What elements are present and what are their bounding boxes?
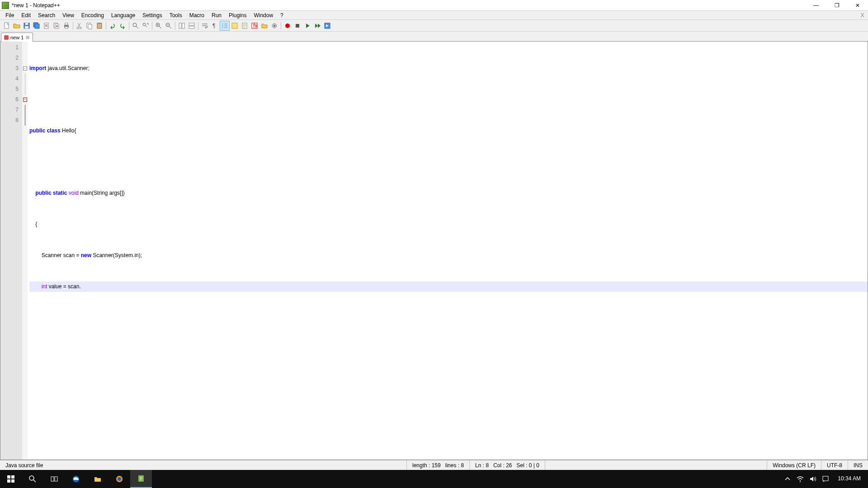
new-file-button[interactable] <box>2 21 12 31</box>
show-all-chars-button[interactable]: ¶ <box>210 21 220 31</box>
fold-gutter: − − <box>22 42 28 460</box>
menu-language[interactable]: Language <box>108 11 139 19</box>
window-titlebar: *new 1 - Notepad++ — ❐ ✕ <box>0 0 868 11</box>
status-insert-mode[interactable]: INS <box>848 460 868 470</box>
svg-point-32 <box>274 25 275 27</box>
svg-rect-41 <box>51 477 54 481</box>
svg-rect-24 <box>189 23 194 25</box>
menu-edit[interactable]: Edit <box>18 11 34 19</box>
window-controls: — ❐ ✕ <box>806 0 868 11</box>
tab-close-button[interactable]: ⊠ <box>25 35 30 40</box>
record-macro-button[interactable] <box>283 21 292 31</box>
close-button[interactable]: ✕ <box>847 0 868 11</box>
menu-file[interactable]: File <box>2 11 18 19</box>
menu-plugins[interactable]: Plugins <box>225 11 250 19</box>
line-number: 8 <box>0 115 19 126</box>
fold-toggle[interactable]: − <box>23 98 27 102</box>
menu-encoding[interactable]: Encoding <box>78 11 108 19</box>
print-button[interactable] <box>61 21 71 31</box>
fold-line <box>25 115 25 126</box>
code-text: Hello{ <box>61 127 76 134</box>
search-button[interactable] <box>22 470 43 488</box>
user-lang-button[interactable] <box>230 21 240 31</box>
save-button[interactable] <box>22 21 32 31</box>
menu-macro[interactable]: Macro <box>186 11 208 19</box>
svg-text:¶: ¶ <box>212 23 215 29</box>
play-multi-button[interactable] <box>312 21 322 31</box>
menu-view[interactable]: View <box>59 11 78 19</box>
sync-h-button[interactable] <box>187 21 197 31</box>
svg-rect-36 <box>7 475 10 479</box>
firefox-taskbar-icon[interactable] <box>108 470 130 488</box>
func-list-button[interactable]: fx <box>250 21 259 31</box>
notepadpp-taskbar-icon[interactable] <box>130 470 152 488</box>
svg-rect-34 <box>296 24 299 28</box>
save-all-button[interactable] <box>32 21 42 31</box>
redo-button[interactable] <box>118 21 127 31</box>
taskbar-clock[interactable]: 10:34 AM <box>834 476 864 482</box>
line-number: 5 <box>0 84 19 94</box>
svg-rect-23 <box>182 23 184 28</box>
file-explorer-taskbar-icon[interactable] <box>87 470 108 488</box>
tray-chevron-icon[interactable] <box>783 475 792 483</box>
svg-rect-37 <box>11 475 14 479</box>
zoom-out-button[interactable] <box>164 21 174 31</box>
volume-icon[interactable] <box>809 475 817 483</box>
edge-taskbar-icon[interactable] <box>65 470 87 488</box>
document-close-x[interactable]: X <box>857 12 868 19</box>
separator <box>73 22 73 30</box>
code-text <box>29 190 35 196</box>
save-macro-button[interactable] <box>322 21 332 31</box>
menu-tools[interactable]: Tools <box>166 11 186 19</box>
status-eol[interactable]: Windows (CR LF) <box>767 460 821 470</box>
play-macro-button[interactable] <box>302 21 312 31</box>
svg-rect-10 <box>65 23 68 25</box>
doc-map-button[interactable] <box>240 21 250 31</box>
replace-button[interactable] <box>141 21 151 31</box>
close-all-button[interactable] <box>52 21 61 31</box>
monitoring-button[interactable] <box>269 21 279 31</box>
start-button[interactable] <box>0 470 22 488</box>
minimize-button[interactable]: — <box>806 0 826 11</box>
separator <box>281 22 281 30</box>
wordwrap-button[interactable] <box>200 21 210 31</box>
task-view-button[interactable] <box>43 470 65 488</box>
keyword: import <box>29 65 46 71</box>
window-title: *new 1 - Notepad++ <box>12 2 806 9</box>
indent-guide-button[interactable] <box>220 21 230 31</box>
maximize-button[interactable]: ❐ <box>826 0 847 11</box>
svg-point-33 <box>285 23 290 28</box>
type: void <box>67 190 78 196</box>
open-file-button[interactable] <box>12 21 22 31</box>
menu-help[interactable]: ? <box>277 11 287 19</box>
close-button-tb[interactable] <box>42 21 52 31</box>
paste-button[interactable] <box>94 21 104 31</box>
find-button[interactable] <box>131 21 141 31</box>
type: int <box>42 283 47 290</box>
tab-new1[interactable]: new 1 ⊠ <box>1 33 33 42</box>
status-encoding[interactable]: UTF-8 <box>821 460 848 470</box>
folder-workspace-button[interactable] <box>259 21 269 31</box>
notifications-icon[interactable] <box>821 475 830 483</box>
svg-rect-39 <box>11 479 14 483</box>
menu-window[interactable]: Window <box>250 11 277 19</box>
svg-rect-0 <box>5 23 9 28</box>
keyword: public <box>29 127 45 134</box>
svg-rect-15 <box>88 24 92 29</box>
cut-button[interactable] <box>75 21 85 31</box>
code-text: main(String args[]) <box>79 190 125 196</box>
menu-search[interactable]: Search <box>34 11 59 19</box>
menu-run[interactable]: Run <box>208 11 225 19</box>
copy-button[interactable] <box>85 21 94 31</box>
stop-macro-button[interactable] <box>292 21 302 31</box>
wifi-icon[interactable] <box>796 475 804 483</box>
svg-rect-5 <box>35 24 39 28</box>
sync-v-button[interactable] <box>177 21 187 31</box>
code-area[interactable]: import java.util.Scanner; public class H… <box>28 42 868 460</box>
fold-toggle[interactable]: − <box>23 66 27 70</box>
menu-settings[interactable]: Settings <box>139 11 165 19</box>
undo-button[interactable] <box>108 21 118 31</box>
app-icon <box>2 2 9 9</box>
zoom-in-button[interactable] <box>154 21 164 31</box>
code-text: { <box>29 221 37 227</box>
